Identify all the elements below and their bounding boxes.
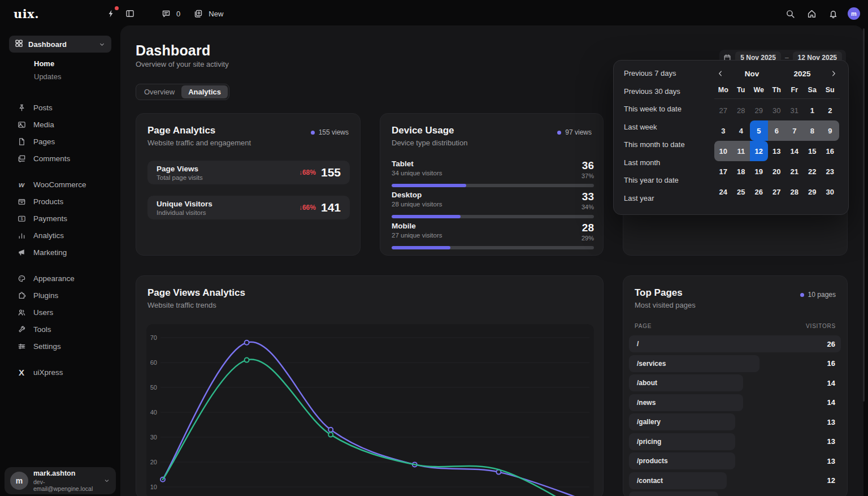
svg-text:50: 50 — [150, 384, 157, 391]
calendar-day-selected-end[interactable]: 12 — [750, 141, 768, 161]
tab-overview[interactable]: Overview — [137, 85, 181, 98]
calendar-day[interactable]: 30 — [821, 182, 839, 202]
table-row[interactable]: /news14 — [629, 394, 841, 411]
calendar-day[interactable]: 31 — [785, 100, 804, 120]
calendar-day[interactable]: 20 — [768, 161, 786, 182]
calendar-day[interactable]: 27 — [768, 182, 786, 202]
table-row[interactable]: /contact12 — [629, 472, 841, 489]
sidebar-item-appearance[interactable]: Appearance — [0, 270, 120, 287]
sidebar-item-marketing[interactable]: Marketing — [0, 244, 120, 261]
sliders-icon — [17, 342, 26, 351]
table-row[interactable]: /services16 — [629, 355, 841, 372]
calendar-day[interactable]: 15 — [804, 141, 822, 161]
sidebar-item-comments[interactable]: Comments — [0, 150, 120, 167]
user-avatar[interactable]: m — [848, 7, 860, 20]
calendar-day[interactable]: 29 — [750, 100, 768, 120]
view-tabs: Overview Analytics — [136, 84, 229, 100]
calendar-day[interactable]: 18 — [732, 161, 750, 182]
search-icon[interactable] — [783, 7, 797, 20]
calendar-day-in-range[interactable]: 6 — [768, 120, 786, 141]
panel-toggle-icon[interactable] — [123, 7, 137, 20]
lightning-icon[interactable] — [105, 7, 118, 20]
sidebar-item-users[interactable]: Users — [0, 304, 120, 321]
preset-previous-30-days[interactable]: Previous 30 days — [624, 83, 709, 101]
calendar-day-in-range[interactable]: 8 — [804, 120, 822, 141]
preset-this-month-to-date[interactable]: This month to date — [624, 136, 709, 154]
calendar-day[interactable]: 30 — [768, 100, 786, 120]
preset-this-week-to-date[interactable]: This week to date — [624, 100, 709, 118]
calendar-day[interactable]: 4 — [732, 120, 750, 141]
calendar-day[interactable]: 23 — [821, 161, 839, 182]
home-icon[interactable] — [805, 7, 818, 20]
calendar-day-in-range[interactable]: 10 — [714, 141, 732, 161]
calendar-day[interactable]: 1 — [804, 100, 822, 120]
sidebar-item-uixpress[interactable]: X uiXpress — [0, 364, 120, 381]
progress-fill — [392, 246, 450, 249]
chevron-left-icon[interactable] — [714, 67, 727, 80]
sidebar-item-updates[interactable]: Updates — [34, 72, 120, 81]
scrollbar[interactable] — [863, 28, 865, 402]
sidebar-item-dashboard[interactable]: Dashboard — [9, 36, 111, 53]
device-desktop: Desktop28 unique visitors 3334% — [392, 191, 594, 218]
sidebar-item-posts[interactable]: Posts — [0, 99, 120, 116]
sidebar-item-media[interactable]: Media — [0, 116, 120, 133]
calendar-month[interactable]: Nov — [727, 70, 777, 78]
calendar-day[interactable]: 26 — [750, 182, 768, 202]
new-button[interactable]: New — [192, 7, 223, 20]
calendar-day[interactable]: 16 — [821, 141, 839, 161]
sidebar-item-analytics[interactable]: Analytics — [0, 227, 120, 244]
preset-last-week[interactable]: Last week — [624, 118, 709, 136]
calendar-day[interactable]: 28 — [732, 100, 750, 120]
calendar-day[interactable]: 22 — [804, 161, 822, 182]
calendar-day[interactable]: 13 — [768, 141, 786, 161]
stat-unique-visitors: Unique Visitors Individual visitors ↓66%… — [147, 196, 350, 219]
chevron-right-icon[interactable] — [827, 67, 840, 80]
sidebar-item-pages[interactable]: Pages — [0, 133, 120, 150]
preset-this-year-to-date[interactable]: This year to date — [624, 171, 709, 189]
row-bar — [629, 335, 841, 352]
calendar-day[interactable]: 21 — [785, 161, 804, 182]
preset-last-month[interactable]: Last month — [624, 154, 709, 172]
calendar-day-in-range[interactable]: 7 — [785, 120, 804, 141]
card-title: Page Analytics — [147, 125, 215, 136]
preset-previous-7-days[interactable]: Previous 7 days — [624, 64, 709, 83]
calendar-day[interactable]: 17 — [714, 161, 732, 182]
calendar-day[interactable]: 19 — [750, 161, 768, 182]
nav-label: uiXpress — [33, 368, 63, 377]
preset-last-year[interactable]: Last year — [624, 189, 709, 208]
table-row[interactable] — [629, 491, 841, 496]
card-subtitle: Device type distribution — [392, 139, 467, 147]
nav-label: Plugins — [33, 291, 58, 300]
sidebar-item-woocommerce[interactable]: w WooCommerce — [0, 176, 120, 193]
tab-analytics[interactable]: Analytics — [181, 85, 228, 98]
table-row[interactable]: /pricing13 — [629, 433, 841, 450]
table-row[interactable]: /about14 — [629, 374, 841, 391]
calendar-day[interactable]: 14 — [785, 141, 804, 161]
calendar-day[interactable]: 29 — [804, 182, 822, 202]
calendar-day[interactable]: 3 — [714, 120, 732, 141]
sidebar-item-payments[interactable]: $ Payments — [0, 210, 120, 227]
calendar-day[interactable]: 2 — [821, 100, 839, 120]
calendar-day-selected-start[interactable]: 5 — [750, 120, 768, 141]
comments-counter[interactable]: 0 — [159, 7, 180, 20]
sidebar-item-home[interactable]: Home — [34, 59, 120, 68]
calendar-year[interactable]: 2025 — [777, 70, 827, 78]
calendar-day[interactable]: 28 — [785, 182, 804, 202]
bell-icon[interactable] — [826, 7, 840, 20]
calendar-day-in-range[interactable]: 9 — [821, 120, 839, 141]
delta-down: ↓68% — [299, 169, 316, 176]
sidebar-item-settings[interactable]: Settings — [0, 338, 120, 355]
table-header: PAGE VISITORS — [635, 323, 836, 329]
calendar-day[interactable]: 24 — [714, 182, 732, 202]
sidebar-item-plugins[interactable]: Plugins — [0, 287, 120, 304]
table-row[interactable]: /26 — [629, 335, 841, 352]
calendar-day[interactable]: 25 — [732, 182, 750, 202]
user-menu[interactable]: m mark.ashton dev-email@wpengine.local — [5, 467, 116, 494]
table-row[interactable]: /gallery13 — [629, 413, 841, 430]
table-row[interactable]: /products13 — [629, 452, 841, 469]
nav-label: Tools — [33, 325, 51, 334]
sidebar-item-tools[interactable]: Tools — [0, 321, 120, 338]
sidebar-item-products[interactable]: Products — [0, 193, 120, 210]
calendar-day-in-range[interactable]: 11 — [732, 141, 750, 161]
calendar-day[interactable]: 27 — [714, 100, 732, 120]
